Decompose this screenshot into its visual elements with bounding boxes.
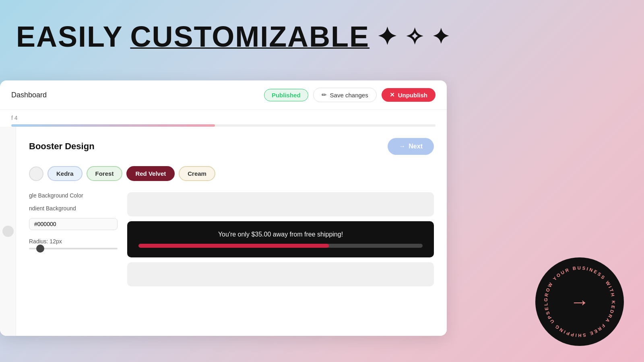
theme-forest-label: Forest: [95, 170, 114, 177]
arrow-right-icon: →: [399, 143, 405, 150]
banner-message: You're only $35.00 away from free shippi…: [138, 231, 423, 238]
unpublish-label: Unpublish: [398, 92, 427, 99]
theme-redvelvet-label: Red Velvet: [135, 170, 166, 177]
hero-title-part2: CUSTOMIZABLE: [130, 20, 369, 53]
card-body: Booster Design → Next Kedra Forest Red V…: [0, 127, 447, 336]
hero-title: EASILY CUSTOMIZABLE ✦ ✧ ✦: [16, 20, 450, 53]
step-label: f 4: [11, 115, 436, 121]
left-panel: [0, 127, 16, 336]
next-button[interactable]: → Next: [388, 138, 434, 155]
gradient-background-setting: ndient Background: [29, 205, 118, 212]
panel-toggle[interactable]: [2, 226, 14, 237]
section-header: Booster Design → Next: [29, 138, 434, 155]
save-label: Save changes: [330, 92, 368, 99]
color-value-setting: [29, 218, 118, 230]
circular-badge[interactable]: → GROW YOUR BUSINESS WITH KEDRA FREE SHI…: [535, 257, 624, 346]
radius-slider-thumb[interactable]: [36, 245, 44, 253]
theme-pill-forest[interactable]: Forest: [87, 166, 123, 181]
preview-bottom-empty: [127, 262, 434, 286]
theme-pill-default[interactable]: [29, 167, 43, 181]
main-card: Dashboard Published ✏ Save changes ✕ Unp…: [0, 80, 447, 336]
circular-text-svg: GROW YOUR BUSINESS WITH KEDRA FREE SHIPP…: [535, 257, 624, 346]
published-badge: Published: [264, 89, 308, 101]
theme-pill-redvelvet[interactable]: Red Velvet: [126, 166, 175, 181]
close-icon: ✕: [390, 91, 395, 99]
theme-kedra-label: Kedra: [56, 170, 74, 177]
background-label: gle Background Color: [29, 192, 118, 199]
header-actions: Published ✏ Save changes ✕ Unpublish: [264, 88, 436, 102]
theme-pills: Kedra Forest Red Velvet Cream: [29, 166, 434, 181]
svg-text:GROW YOUR BUSINESS WITH KEDRA : GROW YOUR BUSINESS WITH KEDRA FREE SHIPP…: [535, 257, 616, 338]
edit-icon: ✏: [322, 91, 327, 99]
breadcrumb: Dashboard: [11, 91, 47, 99]
card-header: Dashboard Published ✏ Save changes ✕ Unp…: [0, 80, 447, 110]
radius-slider-track: [29, 248, 118, 249]
preview-main-banner: You're only $35.00 away from free shippi…: [127, 221, 434, 257]
banner-progress-track: [138, 244, 423, 248]
circular-badge-inner: → GROW YOUR BUSINESS WITH KEDRA FREE SHI…: [535, 257, 624, 346]
section-title: Booster Design: [29, 141, 95, 152]
preview-panel: You're only $35.00 away from free shippi…: [127, 192, 434, 286]
radius-setting: Radius: 12px: [29, 238, 118, 249]
settings-panel: gle Background Color ndient Background R…: [29, 192, 118, 286]
star-filled-icon: ✦: [377, 23, 398, 51]
hero-title-part1: EASILY: [16, 20, 123, 53]
next-label: Next: [409, 143, 423, 150]
star-outline-icon: ✧: [405, 24, 425, 50]
background-color-setting: gle Background Color: [29, 192, 118, 199]
banner-progress-fill: [138, 244, 329, 248]
theme-pill-cream[interactable]: Cream: [179, 166, 215, 181]
progress-area: f 4: [0, 110, 447, 127]
theme-cream-label: Cream: [188, 170, 206, 177]
unpublish-button[interactable]: ✕ Unpublish: [382, 88, 436, 102]
main-panel: Booster Design → Next Kedra Forest Red V…: [16, 127, 447, 336]
theme-pill-kedra[interactable]: Kedra: [47, 166, 83, 181]
star-small-icon: ✦: [432, 25, 450, 49]
two-col-layout: gle Background Color ndient Background R…: [29, 192, 434, 286]
gradient-label: ndient Background: [29, 205, 118, 212]
color-input[interactable]: [29, 218, 118, 230]
radius-label: Radius: 12px: [29, 238, 118, 245]
preview-top-empty: [127, 192, 434, 216]
save-changes-button[interactable]: ✏ Save changes: [313, 88, 377, 102]
